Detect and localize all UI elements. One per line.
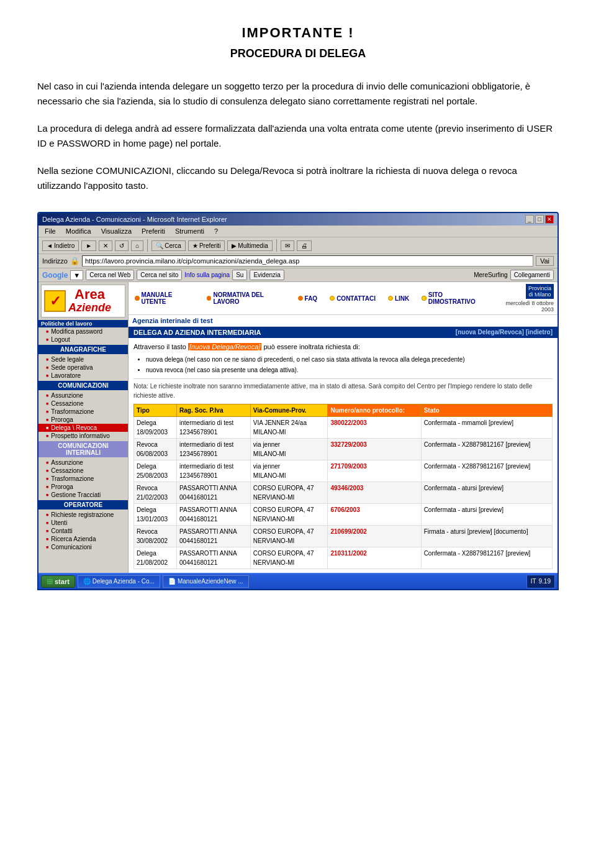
nav-item-prospetto[interactable]: Prospetto informativo: [38, 432, 128, 440]
print-button[interactable]: 🖨: [297, 240, 312, 251]
taskbar-item-2[interactable]: 📄 ManualeAziendeNew ...: [163, 575, 249, 588]
home-button[interactable]: ⌂: [131, 240, 143, 251]
menu-visualizza[interactable]: Visualizza: [99, 227, 134, 235]
highlight-link[interactable]: [nuova Delega/Revoca]: [188, 343, 261, 350]
dot-icon: [135, 296, 140, 301]
stop-button[interactable]: ✕: [99, 240, 112, 251]
nav-item-assunzione-int[interactable]: Assunzione: [38, 459, 128, 467]
col-stato: Stato: [421, 404, 552, 416]
table-cell[interactable]: Confermata - X28879812167 [preview]: [421, 547, 552, 569]
page-container: IMPORTANTE ! PROCEDURA DI DELEGA Nel cas…: [37, 25, 559, 868]
nav-manuale[interactable]: MANUALE UTENTE: [129, 282, 201, 314]
table-cell: CORSO EUROPA, 47 NERVIANO-MI: [250, 503, 328, 525]
search-web-button[interactable]: Cerca nel Web: [86, 270, 134, 280]
nav-section-comunicazioni: COMUNICAZIONI: [38, 381, 128, 390]
table-cell: Revoca 30/08/2002: [134, 525, 177, 547]
go-button[interactable]: Vai: [536, 256, 554, 266]
table-cell[interactable]: Confermata - atursi [preview]: [421, 503, 552, 525]
evidenzia-button[interactable]: Evidenzia: [250, 270, 284, 280]
toolbar-separator2: [276, 239, 277, 252]
nav-item-logout[interactable]: Logout: [38, 336, 128, 344]
info-link[interactable]: Info sulla pagina: [184, 272, 230, 278]
nav-item-comunicazioni-op[interactable]: Comunicazioni: [38, 543, 128, 551]
maximize-button[interactable]: □: [535, 215, 544, 224]
start-button[interactable]: ⊞ start: [41, 575, 75, 588]
nav-item-proroga[interactable]: Proroga: [38, 416, 128, 424]
intro-text: Attraverso il tasto: [133, 343, 186, 350]
forward-button[interactable]: ►: [81, 240, 96, 251]
table-cell: 210311/2002: [328, 547, 421, 569]
google-dropdown[interactable]: ▼: [70, 270, 83, 280]
meresurfing-label: MereSurfing: [474, 272, 507, 278]
browser-icon: 🌐: [83, 578, 91, 585]
nav-contattaci[interactable]: CONTATTACI: [323, 282, 382, 314]
su-button[interactable]: Su: [232, 270, 247, 280]
table-cell: VIA JENNER 24/aa MILANO-MI: [250, 416, 328, 438]
nav-faq[interactable]: FAQ: [292, 282, 324, 314]
menu-file[interactable]: File: [42, 227, 58, 235]
nav-item-proroga-int[interactable]: Proroga: [38, 483, 128, 491]
nav-normativa[interactable]: NORMATIVA DEL LAVORO: [201, 282, 292, 314]
taskbar: ⊞ start 🌐 Delega Azienda - Co... 📄 Manua…: [38, 573, 558, 589]
area-logo: Area: [68, 288, 111, 301]
menu-bar: File Modifica Visualizza Preferiti Strum…: [38, 226, 558, 237]
table-cell: CORSO EUROPA, 47 NERVIANO-MI: [250, 547, 328, 569]
back-button[interactable]: ◄ Indietro: [42, 240, 79, 251]
table-cell[interactable]: Firmata - atursi [preview] [documento]: [421, 525, 552, 547]
nav-item-sede-legale[interactable]: Sede legale: [38, 355, 128, 363]
nav-section-anagrafiche: ANAGRAFICHE: [38, 345, 128, 354]
refresh-button[interactable]: ↺: [115, 240, 129, 251]
nav-sito-dimostrativo[interactable]: SITO DIMOSTRATIVO: [415, 282, 492, 314]
nav-item-contatti[interactable]: Contatti: [38, 527, 128, 535]
search-button[interactable]: 🔍 Cerca: [151, 240, 186, 251]
dot-icon: [298, 296, 303, 301]
table-row: Delega 25/08/2003intermediario di test 1…: [134, 460, 553, 482]
menu-strumenti[interactable]: Strumenti: [173, 227, 207, 235]
favorites-button[interactable]: ★ Preferiti: [188, 240, 225, 251]
taskbar-item-1[interactable]: 🌐 Delega Azienda - Co...: [78, 575, 160, 588]
nav-item-modifica-password[interactable]: Modifica password: [38, 327, 128, 336]
table-cell[interactable]: Confermata - X28879812167 [preview]: [421, 460, 552, 482]
content-body: Attraverso il tasto [nuova Delega/Revoca…: [129, 338, 558, 573]
nav-item-cessazione[interactable]: Cessazione: [38, 400, 128, 408]
menu-preferiti[interactable]: Preferiti: [139, 227, 168, 235]
menu-modifica[interactable]: Modifica: [63, 227, 94, 235]
nav-item-trasformazione-int[interactable]: Trasformazione: [38, 475, 128, 483]
table-cell[interactable]: Confermata - X28879812167 [preview]: [421, 438, 552, 460]
table-cell: Delega 13/01/2003: [134, 503, 177, 525]
address-bar: Indirizzo 🔒 Vai: [38, 254, 558, 268]
collegamenti-button[interactable]: Collegamenti: [510, 270, 554, 280]
language-indicator: IT: [531, 578, 536, 585]
close-button[interactable]: ✕: [545, 215, 554, 224]
nav-item-ricerca-azienda[interactable]: Ricerca Azienda: [38, 535, 128, 543]
nav-item-delega-revoca[interactable]: Delega \ Revoca: [38, 424, 128, 432]
bullet-item-1: nuova delega (nel caso non ce ne siano d…: [146, 355, 553, 364]
mail-button[interactable]: ✉: [281, 240, 294, 251]
windows-icon: ⊞: [47, 577, 53, 586]
table-cell[interactable]: Confermata - mmamoli [preview]: [421, 416, 552, 438]
nav-item-trasformazione[interactable]: Trasformazione: [38, 408, 128, 416]
table-cell: 271709/2003: [328, 460, 421, 482]
nav-item-lavoratore[interactable]: Lavoratore: [38, 372, 128, 380]
nav-section-comunicazioni-interne: COMUNICAZIONI INTERINALI: [38, 441, 128, 457]
address-input[interactable]: [82, 255, 533, 267]
col-via: Via-Comune-Prov.: [250, 404, 328, 416]
nav-link[interactable]: LINK: [382, 282, 415, 314]
search-site-button[interactable]: Cerca nel sito: [137, 270, 182, 280]
nav-item-sede-operativa[interactable]: Sede operativa: [38, 363, 128, 372]
col-ragsoc: Rag. Soc. P.Iva: [177, 404, 251, 416]
nav-item-cessazione-int[interactable]: Cessazione: [38, 467, 128, 475]
nav-item-richieste[interactable]: Richieste registrazione: [38, 511, 128, 519]
multimedia-button[interactable]: ▶ Multimedia: [227, 240, 272, 251]
content-title-links[interactable]: [nuova Delega/Revoca] [indietro]: [456, 329, 553, 336]
province-area: Provinciadi Milano mercoledì 8 ottobre 2…: [493, 282, 558, 314]
content-title-bar: DELEGA AD AZIENDA INTERMEDIARIA [nuova D…: [129, 327, 558, 338]
table-row: Delega 13/01/2003PASSAROTTI ANNA 0044168…: [134, 503, 553, 525]
nav-item-utenti[interactable]: Utenti: [38, 519, 128, 527]
nav-item-assunzione[interactable]: Assunzione: [38, 391, 128, 400]
menu-help[interactable]: ?: [212, 227, 220, 235]
minimize-button[interactable]: _: [525, 215, 534, 224]
nav-item-gestione-tracciati[interactable]: Gestione Tracciati: [38, 491, 128, 499]
table-cell[interactable]: Confermata - atursi [preview]: [421, 482, 552, 503]
table-row: Delega 18/09/2003intermediario di test 1…: [134, 416, 553, 438]
